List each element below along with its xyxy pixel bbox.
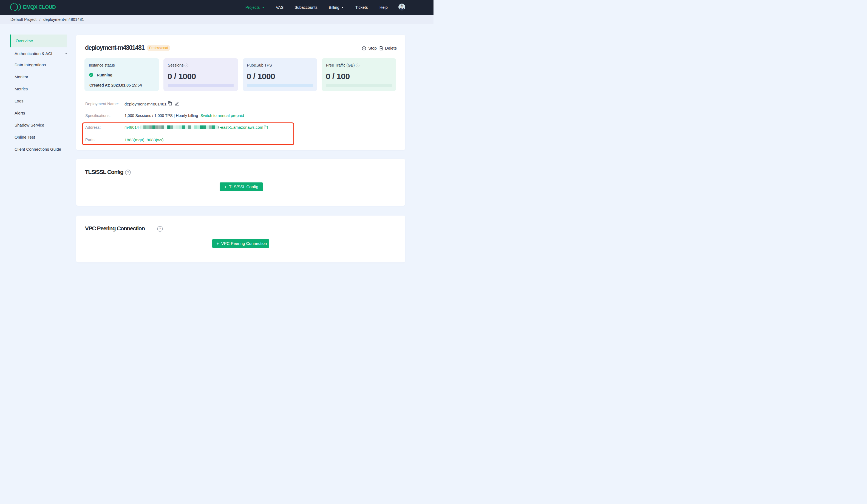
svg-text:?: ? (186, 64, 187, 67)
svg-text:?: ? (127, 171, 129, 175)
svg-text:?: ? (159, 227, 161, 231)
svg-text:?: ? (357, 64, 358, 67)
